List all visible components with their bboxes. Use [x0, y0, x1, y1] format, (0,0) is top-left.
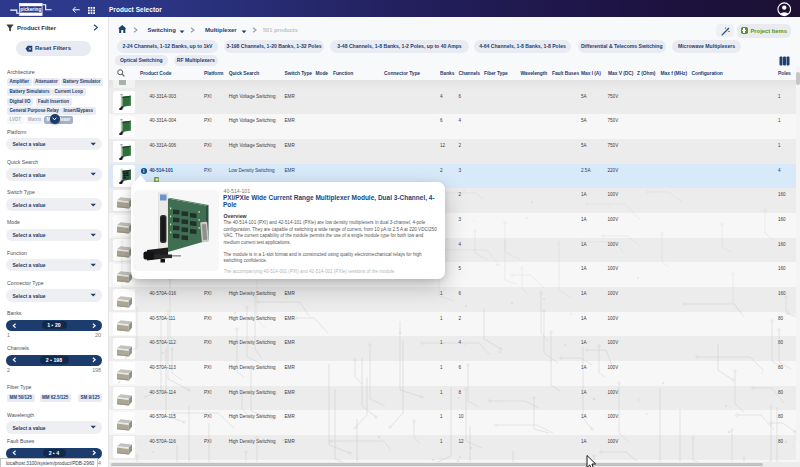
svg-text:pickering: pickering	[20, 6, 41, 12]
